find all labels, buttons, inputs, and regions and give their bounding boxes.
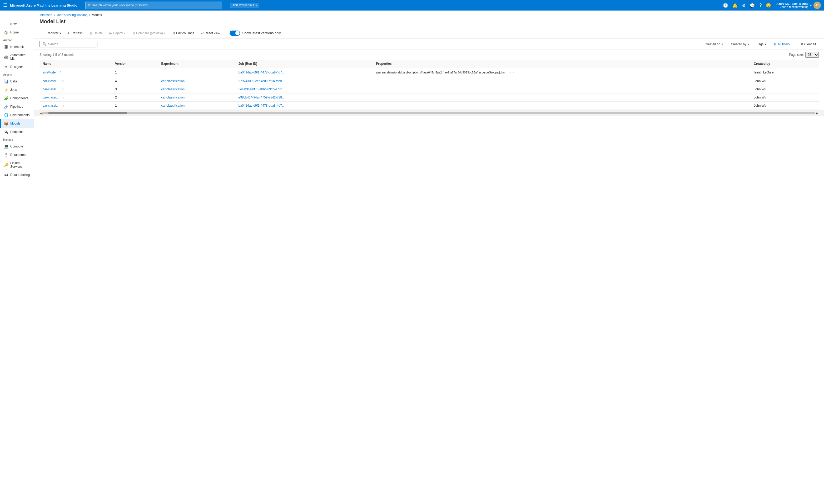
sidebar-item-components[interactable]: 🧩 Components xyxy=(0,94,34,102)
col-job-run-id-label: Job (Run ID) xyxy=(238,62,257,66)
filter-divider: | xyxy=(795,42,796,46)
sidebar-home-label: Home xyxy=(10,30,19,34)
scroll-right-arrow[interactable]: ▶ xyxy=(815,111,819,116)
sidebar-item-designer[interactable]: ✏ Designer xyxy=(0,63,34,71)
delete-button[interactable]: 🗑 Delete xyxy=(87,30,106,36)
star-icon[interactable]: ☆ xyxy=(59,71,62,74)
sidebar-item-endpoints[interactable]: 🔌 Endpoints xyxy=(0,128,34,136)
sidebar-item-jobs[interactable]: ⚡ Jobs xyxy=(0,86,34,94)
scroll-left-arrow[interactable]: ◀ xyxy=(39,111,43,116)
showing-text: Showing 1-5 of 5 models xyxy=(39,53,74,57)
sidebar-item-home[interactable]: 🏠 Home xyxy=(0,28,34,36)
experiment-link[interactable]: car-classification xyxy=(161,104,185,107)
header-row: Name Version Experiment Job (Run ID) Pro xyxy=(39,60,819,68)
page-size-select[interactable]: 25 50 100 xyxy=(805,52,819,58)
sidebar-assets-section: Assets xyxy=(0,71,34,77)
job-run-id-link[interactable]: ba0414ac-d9f1-4478-bda8-4d7... xyxy=(238,104,285,107)
notifications-icon[interactable]: 🔔 xyxy=(731,2,739,9)
sidebar-item-data-labeling[interactable]: 🏷 Data Labeling xyxy=(0,171,34,179)
job-run-id-link[interactable]: 5ecef3c4-bf78-486c-89cb-d78d... xyxy=(238,87,285,91)
endpoints-icon: 🔌 xyxy=(4,130,8,134)
model-name-link[interactable]: car-classi... xyxy=(43,104,59,107)
reset-view-button[interactable]: ↩ Reset view xyxy=(198,30,223,36)
designer-icon: ✏ xyxy=(4,65,8,69)
table-header: Name Version Experiment Job (Run ID) Pro xyxy=(39,60,819,68)
model-name-link[interactable]: car-classi... xyxy=(43,79,59,83)
deploy-button[interactable]: ▶ Deploy ▾ xyxy=(107,30,128,36)
sidebar-item-pipelines[interactable]: 🔗 Pipelines xyxy=(0,102,34,111)
col-version-label: Version xyxy=(115,62,126,66)
avatar[interactable]: JT xyxy=(814,2,821,9)
environments-icon: 🌐 xyxy=(4,113,8,117)
refresh-button[interactable]: ↻ Refresh xyxy=(65,30,86,36)
help-icon[interactable]: ? xyxy=(758,2,763,9)
star-icon[interactable]: ☆ xyxy=(61,96,64,99)
col-header-experiment[interactable]: Experiment xyxy=(158,60,235,68)
experiment-link[interactable]: car-classification xyxy=(161,87,185,91)
sidebar-item-automated-ml[interactable]: 🤖 Automated ML xyxy=(0,51,34,63)
col-header-name[interactable]: Name xyxy=(39,60,112,68)
tags-filter[interactable]: Tags ▾ xyxy=(754,41,769,47)
sidebar-item-datastores[interactable]: 🗄 Datastores xyxy=(0,150,34,159)
cell-properties xyxy=(373,85,750,94)
edit-columns-label: Edit columns xyxy=(176,31,194,35)
scrollbar-area: ◀ ▶ xyxy=(34,110,824,116)
sidebar-item-new[interactable]: ＋ New xyxy=(0,20,34,28)
model-name-link[interactable]: car-classi... xyxy=(43,96,59,99)
job-run-id-link[interactable]: 37974300-3cef-4e09-af1a-fced... xyxy=(238,79,285,83)
more-button[interactable]: ··· xyxy=(509,70,515,75)
face-icon[interactable]: 😊 xyxy=(765,2,772,9)
menu-icon[interactable]: ☰ xyxy=(3,2,7,8)
user-chevron-icon[interactable]: ▾ xyxy=(810,3,812,7)
sidebar-item-compute[interactable]: 💻 Compute xyxy=(0,142,34,150)
compare-button[interactable]: ⊞ Compare (preview) ▾ xyxy=(129,30,169,36)
global-search[interactable]: 🔍 xyxy=(85,2,222,9)
sidebar-item-linked-services[interactable]: 🔑 Linked Services xyxy=(0,159,34,171)
edit-columns-button[interactable]: ⊟ Edit columns xyxy=(170,30,197,36)
created-on-label: Created on xyxy=(705,42,720,46)
created-by-filter[interactable]: Created by ▾ xyxy=(728,41,752,47)
sidebar-item-data[interactable]: 📊 Data xyxy=(0,77,34,86)
search-box-icon: 🔍 xyxy=(42,42,46,46)
register-button[interactable]: ＋ Register ▾ xyxy=(39,29,64,37)
clear-all-button[interactable]: ✕ Clear all xyxy=(798,41,819,47)
models-icon: 📦 xyxy=(4,121,8,126)
breadcrumb-microsoft[interactable]: Microsoft xyxy=(39,13,53,17)
sidebar-item-notebooks[interactable]: 📓 Notebooks xyxy=(0,43,34,51)
model-name-link[interactable]: car-classi... xyxy=(43,87,59,91)
sidebar-pipelines-label: Pipelines xyxy=(10,105,23,108)
experiment-link[interactable]: car-classification xyxy=(161,96,185,99)
search-input[interactable] xyxy=(48,42,95,46)
hamburger-button[interactable]: ☰ xyxy=(0,10,34,20)
settings-icon[interactable]: ⚙ xyxy=(741,2,747,9)
col-header-version[interactable]: Version xyxy=(112,60,158,68)
scroll-track[interactable] xyxy=(43,112,815,114)
star-icon[interactable]: ☆ xyxy=(61,79,64,83)
breadcrumb: Microsoft › John's testing working › Mod… xyxy=(34,10,824,18)
model-name-link[interactable]: amiModel xyxy=(43,71,56,74)
created-on-filter[interactable]: Created on ▾ xyxy=(702,41,726,47)
search-box[interactable]: 🔍 xyxy=(39,41,97,47)
job-run-id-link[interactable]: ba0414ac-d9f1-4478-bda8-4d7... xyxy=(238,71,285,74)
breadcrumb-workspace[interactable]: John's testing working xyxy=(57,13,88,17)
star-icon[interactable]: ☆ xyxy=(61,104,64,107)
job-run-id-link[interactable]: e98cb464-94af-4759-a842-838... xyxy=(238,96,285,99)
workspace-selector[interactable]: This workspace ▾ xyxy=(230,3,259,8)
cell-version: 3 xyxy=(112,85,158,94)
deploy-icon: ▶ xyxy=(109,31,112,35)
sidebar-item-environments[interactable]: 🌐 Environments xyxy=(0,111,34,119)
properties-text: azureml.datastoreId :/subscriptions/4aaa… xyxy=(376,71,508,74)
sidebar-item-models[interactable]: 📦 Models xyxy=(0,119,34,128)
col-header-job-run-id[interactable]: Job (Run ID) xyxy=(235,60,373,68)
reset-icon: ↩ xyxy=(201,31,204,35)
col-header-created-by[interactable]: Created by xyxy=(750,60,819,68)
all-filters-button[interactable]: ⊟ All filters xyxy=(771,41,793,47)
global-search-input[interactable] xyxy=(92,3,220,7)
scroll-thumb[interactable] xyxy=(48,112,127,114)
col-header-properties[interactable]: Properties xyxy=(373,60,750,68)
experiment-link[interactable]: car-classification xyxy=(161,79,185,83)
feedback-icon[interactable]: 💬 xyxy=(749,2,756,9)
show-latest-toggle[interactable] xyxy=(229,30,240,36)
history-icon[interactable]: 🕐 xyxy=(722,2,729,9)
star-icon[interactable]: ☆ xyxy=(61,87,64,91)
